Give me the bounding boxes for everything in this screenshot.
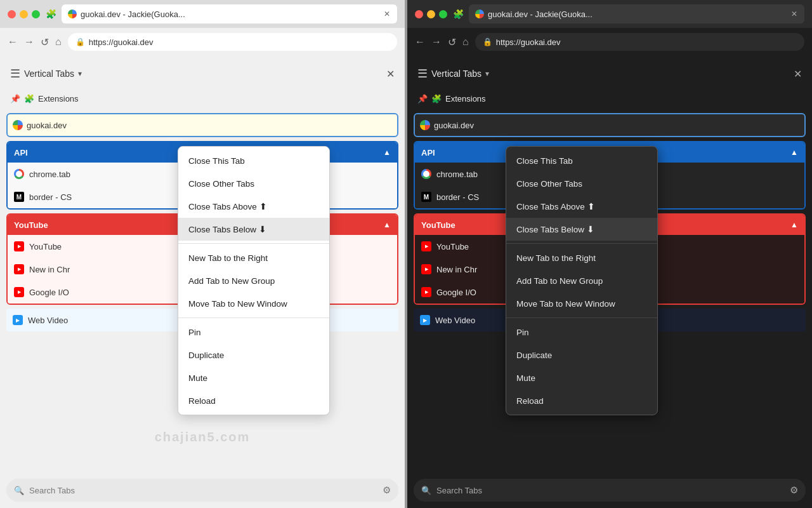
youtube-favicon-2	[14, 264, 24, 274]
active-tab-pill[interactable]: guokai.dev - Jackie(Guoka... ✕	[62, 4, 397, 23]
sidebar-close-button[interactable]: ✕	[386, 68, 395, 80]
ctx-close-above-dark[interactable]: Close Tabs Above ⬆	[506, 195, 657, 218]
active-tab-favicon-dark	[420, 120, 430, 130]
youtube-favicon-3-dark	[421, 287, 431, 297]
extensions-icon[interactable]: 🧩	[45, 8, 56, 20]
ctx-close-below-light[interactable]: Close Tabs Below ⬇	[178, 218, 329, 241]
active-tab-label: guokai.dev	[27, 121, 392, 130]
address-bar-dark: ← → ↺ ⌂ 🔒 https://guokai.dev	[407, 28, 812, 56]
traffic-light-green[interactable]	[32, 10, 40, 18]
video-favicon: ▶	[13, 315, 23, 325]
puzzle-icon-dark: 🧩	[431, 94, 442, 104]
traffic-light-red[interactable]	[8, 10, 16, 18]
ctx-close-other-dark[interactable]: Close Other Tabs	[506, 172, 657, 195]
traffic-light-yellow-dark[interactable]	[427, 10, 435, 18]
ctx-close-other-light[interactable]: Close Other Tabs	[178, 172, 329, 195]
ctx-add-to-group-dark[interactable]: Add Tab to New Group	[506, 269, 657, 292]
search-bar-light[interactable]: 🔍 Search Tabs ⚙	[6, 479, 398, 502]
ctx-mute-dark[interactable]: Mute	[506, 366, 657, 389]
youtube-favicon-1	[14, 241, 24, 251]
puzzle-icon: 🧩	[24, 94, 34, 104]
home-button-dark[interactable]: ⌂	[462, 36, 469, 48]
traffic-light-red-dark[interactable]	[415, 10, 423, 18]
search-icon-light: 🔍	[14, 486, 24, 495]
active-tab-row-dark[interactable]: guokai.dev	[414, 113, 806, 137]
sidebar-title-text: Vertical Tabs	[24, 69, 74, 79]
ctx-close-below-dark[interactable]: Close Tabs Below ⬇	[506, 218, 657, 241]
sidebar-dropdown-arrow-dark[interactable]: ▾	[485, 69, 489, 78]
security-icon: 🔒	[75, 37, 85, 46]
tab-favicon	[68, 10, 77, 18]
sidebar-header-light: ☰ Vertical Tabs ▾ ✕	[6, 62, 398, 85]
url-bar[interactable]: 🔒 https://guokai.dev	[68, 33, 397, 51]
extensions-row-light: 📌 🧩 Extensions	[6, 89, 398, 108]
sidebar-close-button-dark[interactable]: ✕	[794, 68, 802, 80]
api-collapse-icon[interactable]: ▲	[383, 148, 391, 157]
extensions-row-dark: 📌 🧩 Extensions	[414, 89, 806, 108]
ctx-reload-dark[interactable]: Reload	[506, 389, 657, 412]
ctx-section-2-light: New Tab to the Right Add Tab to New Grou…	[178, 243, 329, 318]
traffic-light-yellow[interactable]	[20, 10, 28, 18]
ctx-move-to-window-dark[interactable]: Move Tab to New Window	[506, 292, 657, 315]
extensions-label: Extensions	[38, 94, 79, 104]
home-button[interactable]: ⌂	[55, 36, 62, 48]
sidebar-menu-icon: ☰	[10, 67, 20, 81]
search-icon-dark: 🔍	[421, 486, 431, 495]
ctx-move-to-window-light[interactable]: Move Tab to New Window	[178, 292, 329, 315]
gear-icon-dark[interactable]: ⚙	[790, 485, 798, 496]
back-button-dark[interactable]: ←	[415, 36, 425, 48]
active-tab-pill-dark[interactable]: guokai.dev - Jackie(Guoka... ✕	[469, 4, 804, 23]
pin-icon-dark: 📌	[417, 94, 428, 104]
title-bar-dark: 🧩 guokai.dev - Jackie(Guoka... ✕	[407, 0, 812, 28]
ctx-mute-light[interactable]: Mute	[178, 366, 329, 389]
ctx-add-to-group-light[interactable]: Add Tab to New Group	[178, 269, 329, 292]
ctx-close-above-light[interactable]: Close Tabs Above ⬆	[178, 195, 329, 218]
ctx-close-this-dark[interactable]: Close This Tab	[506, 149, 657, 172]
api-collapse-icon-dark[interactable]: ▲	[790, 148, 798, 157]
youtube-favicon-2-dark	[421, 264, 431, 274]
forward-button[interactable]: →	[24, 36, 34, 48]
search-placeholder-light: Search Tabs	[29, 486, 377, 495]
notion-favicon-dark: M	[421, 192, 431, 202]
notion-favicon: M	[14, 192, 24, 202]
ctx-duplicate-light[interactable]: Duplicate	[178, 344, 329, 366]
ctx-duplicate-dark[interactable]: Duplicate	[506, 344, 657, 366]
youtube-collapse-icon-dark[interactable]: ▲	[790, 220, 798, 229]
back-button[interactable]: ←	[8, 36, 18, 48]
ctx-section-3-dark: Pin Duplicate Mute Reload	[506, 318, 657, 415]
chrome-favicon	[14, 169, 24, 179]
ctx-close-this-light[interactable]: Close This Tab	[178, 149, 329, 172]
reload-button[interactable]: ↺	[41, 36, 49, 48]
ctx-new-tab-right-dark[interactable]: New Tab to the Right	[506, 246, 657, 269]
sidebar-title-text-dark: Vertical Tabs	[431, 69, 481, 79]
gear-icon-light[interactable]: ⚙	[383, 485, 391, 496]
pin-icon: 📌	[10, 94, 20, 104]
ctx-pin-dark[interactable]: Pin	[506, 321, 657, 344]
ctx-pin-light[interactable]: Pin	[178, 321, 329, 344]
title-bar-light: 🧩 guokai.dev - Jackie(Guoka... ✕	[0, 0, 405, 28]
address-bar-light: ← → ↺ ⌂ 🔒 https://guokai.dev	[0, 28, 405, 56]
sidebar-dropdown-arrow[interactable]: ▾	[78, 69, 82, 78]
ctx-section-2-dark: New Tab to the Right Add Tab to New Grou…	[506, 243, 657, 318]
tab-close-button[interactable]: ✕	[382, 9, 392, 19]
active-tab-row-light[interactable]: guokai.dev	[6, 113, 398, 137]
forward-button-dark[interactable]: →	[431, 36, 442, 48]
context-menu-dark: Close This Tab Close Other Tabs Close Ta…	[506, 146, 658, 415]
ctx-section-3-light: Pin Duplicate Mute Reload	[178, 318, 329, 415]
youtube-favicon-3	[14, 287, 24, 297]
url-bar-dark[interactable]: 🔒 https://guokai.dev	[475, 33, 804, 51]
youtube-collapse-icon[interactable]: ▲	[383, 220, 391, 229]
search-bar-dark[interactable]: 🔍 Search Tabs ⚙	[414, 479, 806, 502]
url-text: https://guokai.dev	[89, 37, 154, 47]
reload-button-dark[interactable]: ↺	[448, 36, 456, 48]
ctx-reload-light[interactable]: Reload	[178, 389, 329, 412]
youtube-favicon-1-dark	[421, 241, 431, 251]
tab-close-button-dark[interactable]: ✕	[789, 9, 799, 19]
ctx-new-tab-right-light[interactable]: New Tab to the Right	[178, 246, 329, 269]
ctx-section-1-light: Close This Tab Close Other Tabs Close Ta…	[178, 147, 329, 243]
security-icon-dark: 🔒	[483, 37, 492, 46]
chrome-favicon-dark	[421, 169, 431, 179]
extensions-icon-dark[interactable]: 🧩	[452, 8, 464, 20]
browser-panel-light: 🧩 guokai.dev - Jackie(Guoka... ✕ ← → ↺ ⌂…	[0, 0, 405, 508]
traffic-light-green-dark[interactable]	[439, 10, 447, 18]
